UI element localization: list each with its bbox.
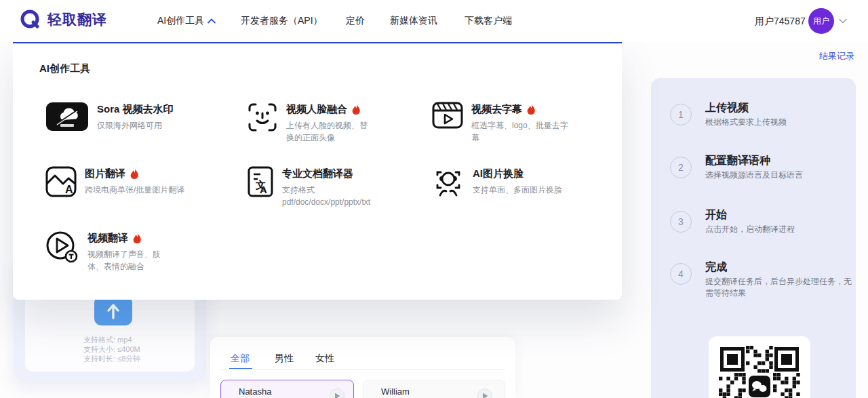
upload-arrow-icon (105, 302, 121, 319)
menu-item-video-translate[interactable]: 视频翻译 视频翻译了声音、肢体、表情的融合 (45, 231, 174, 273)
hot-flame-icon (132, 233, 142, 245)
sora-watermark-icon (45, 102, 89, 132)
menu-item-video-face-fusion[interactable]: 视频人脸融合 上传有人脸的视频、替换的正面头像 (247, 102, 373, 144)
play-voice-icon[interactable] (330, 389, 344, 398)
face-scan-icon (247, 102, 278, 133)
tabs-divider (220, 369, 505, 370)
doc-translate-icon: 文 A (247, 166, 274, 197)
tab-male[interactable]: 男性 (275, 353, 294, 365)
hot-flame-icon (526, 104, 536, 116)
menu-item-ai-face-swap[interactable]: AI图片换脸 支持单面、多面图片换脸 (432, 166, 574, 199)
menu-item-title: 图片翻译 (85, 167, 125, 180)
step-desc: 选择视频源语言及目标语言 (705, 170, 856, 181)
result-records-link[interactable]: 结果记录 (819, 50, 854, 62)
nav-item-developer-api[interactable]: 开发者服务（API） (241, 15, 323, 27)
menu-item-title: 视频翻译 (87, 232, 128, 245)
menu-item-desc: 支持单面、多面图片换脸 (473, 184, 574, 196)
step-title: 开始 (705, 208, 727, 222)
video-subtitle-icon (432, 102, 463, 130)
menu-item-desc: 视频翻译了声音、肢体、表情的融合 (87, 248, 174, 273)
ai-tools-dropdown: AI创作工具 Sora 视频去水印 仅限海外网络可用 (13, 42, 622, 300)
brand-q-icon (19, 8, 42, 31)
face-swap-icon (432, 166, 465, 199)
tab-all[interactable]: 全部 (231, 353, 250, 365)
menu-item-desc: 上传有人脸的视频、替换的正面头像 (286, 119, 373, 144)
step-number-badge: 4 (670, 263, 692, 285)
upload-spec-format: 支持格式: mp4 (83, 335, 140, 344)
nav-item-ai-tools-label: AI创作工具 (157, 15, 204, 27)
nav-item-download-client[interactable]: 下载客户端 (465, 15, 512, 27)
menu-item-desc: 框选字幕、logo、批量去字幕 (471, 119, 573, 144)
chevron-down-icon[interactable] (839, 18, 847, 24)
menu-item-image-translate[interactable]: A 图片翻译 跨境电商单张/批量图片翻译 (45, 166, 186, 197)
menu-item-title: 视频人脸融合 (286, 103, 347, 116)
user-avatar[interactable]: 用户 (808, 8, 834, 34)
menu-item-title: 专业文档翻译器 (282, 167, 353, 180)
app-root: 轻取翻译 AI创作工具 开发者服务（API） 定价 新媒体资讯 下载客户端 用户… (0, 0, 868, 398)
menu-item-sora-watermark[interactable]: Sora 视频去水印 仅限海外网络可用 (45, 102, 199, 132)
upload-button[interactable] (94, 296, 132, 325)
image-translate-icon: A (45, 166, 77, 197)
workflow-steps-panel: 1 上传视频 根据格式要求上传视频 2 配置翻译语种 选择视频源语言及目标语言 … (651, 78, 856, 398)
menu-item-video-subtitle-remover[interactable]: 视频去字幕 框选字幕、logo、批量去字幕 (432, 102, 573, 144)
hot-flame-icon (351, 104, 361, 116)
step-number-badge: 2 (670, 157, 692, 178)
step-desc: 提交翻译任务后，后台异步处理任务，无需等待结果 (705, 276, 856, 299)
voice-card-natasha[interactable]: Natasha (220, 380, 354, 398)
brand-name: 轻取翻译 (47, 10, 107, 29)
menu-item-title: 视频去字幕 (471, 103, 522, 116)
step-title: 配置翻译语种 (705, 154, 770, 168)
wechat-qr-card (709, 336, 810, 398)
video-translate-icon (45, 231, 79, 263)
step-desc: 点击开始，启动翻译进程 (705, 224, 856, 235)
upload-specs: 支持格式: mp4 支持大小: ≤400M 支持时长: ≤8分钟 (83, 335, 140, 363)
wechat-logo-icon (749, 376, 770, 397)
menu-item-title: Sora 视频去水印 (97, 103, 174, 116)
upload-spec-size: 支持大小: ≤400M (83, 344, 140, 354)
tab-female[interactable]: 女性 (315, 353, 334, 365)
menu-item-desc: 支持格式 pdf/doc/docx/ppt/pptx/txt (282, 184, 384, 208)
voice-name: William (381, 386, 410, 397)
step-desc: 根据格式要求上传视频 (705, 117, 856, 128)
nav-item-media-news-label: 新媒体资讯 (390, 15, 437, 27)
menu-item-desc: 仅限海外网络可用 (97, 119, 199, 132)
nav-item-pricing[interactable]: 定价 (346, 15, 365, 27)
menu-item-title: AI图片换脸 (473, 167, 524, 180)
nav-item-ai-tools[interactable]: AI创作工具 (157, 15, 216, 27)
nav-item-developer-api-label: 开发者服务（API） (241, 15, 323, 27)
nav-item-media-news[interactable]: 新媒体资讯 (390, 15, 437, 27)
svg-text:A: A (260, 184, 267, 195)
voice-selector-card: 全部 男性 女性 Natasha William (210, 337, 515, 398)
wechat-qr-code (719, 346, 800, 398)
voice-card-william[interactable]: William (363, 380, 505, 398)
brand-logo[interactable]: 轻取翻译 (19, 8, 107, 31)
chevron-up-icon (208, 18, 216, 24)
svg-text:A: A (65, 184, 73, 195)
username-text: 用户745787 (755, 16, 806, 28)
hot-flame-icon (130, 168, 140, 180)
dropdown-title: AI创作工具 (39, 62, 90, 75)
avatar-label: 用户 (813, 16, 829, 27)
nav-item-download-client-label: 下载客户端 (465, 15, 512, 27)
step-title: 完成 (705, 260, 727, 275)
voice-name: Natasha (239, 386, 271, 397)
top-navbar: 轻取翻译 AI创作工具 开发者服务（API） 定价 新媒体资讯 下载客户端 用户… (0, 0, 868, 42)
step-number-badge: 3 (670, 211, 692, 233)
step-title: 上传视频 (705, 101, 749, 115)
nav-item-pricing-label: 定价 (346, 15, 365, 27)
menu-item-doc-translator[interactable]: 文 A 专业文档翻译器 支持格式 pdf/doc/docx/ppt/pptx/t… (247, 166, 384, 208)
play-voice-icon[interactable] (477, 389, 492, 398)
step-number-badge: 1 (670, 104, 692, 125)
upload-spec-duration: 支持时长: ≤8分钟 (83, 354, 140, 363)
menu-item-desc: 跨境电商单张/批量图片翻译 (85, 184, 186, 196)
